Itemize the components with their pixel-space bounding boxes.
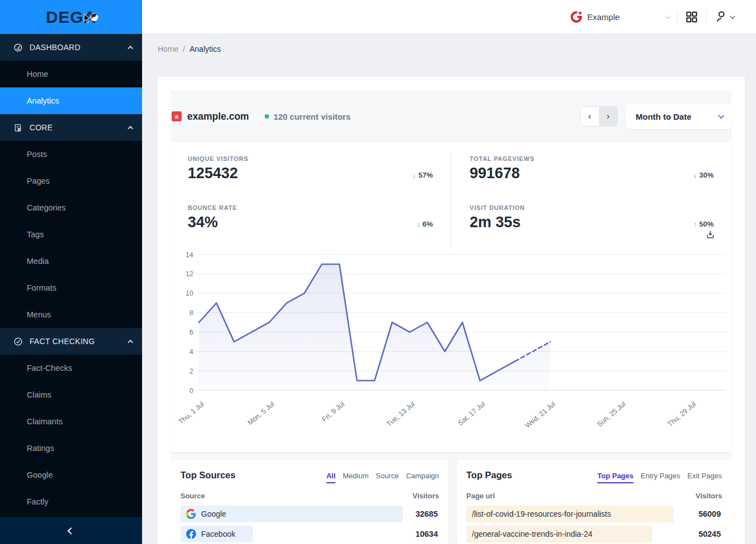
sidebar-section-core[interactable]: CORE	[0, 114, 142, 141]
row-label: Facebook	[181, 526, 439, 542]
organisation-select[interactable]: Example	[570, 11, 669, 23]
y-axis-tick-label: 2	[189, 367, 193, 375]
sidebar-section-dashboard[interactable]: DASHBOARD	[0, 34, 142, 61]
sidebar-item-factly[interactable]: Factly	[0, 488, 142, 515]
stat-bounce-rate: BOUNCE RATE34%↓6%	[171, 201, 451, 250]
sidebar-item-claims[interactable]: Claims	[0, 381, 142, 408]
y-axis-tick-label: 6	[189, 329, 193, 336]
x-axis-tick-label: Wed, 21 Jul	[524, 400, 557, 430]
sidebar-item-analytics[interactable]: Analytics	[0, 87, 142, 114]
divider	[677, 11, 677, 23]
sources-tab-campaign[interactable]: Campaign	[406, 472, 439, 483]
page-row[interactable]: /general-vaccine-trends-in-india-2450245	[466, 526, 722, 542]
stat-value: 34%	[188, 214, 451, 231]
top-pages-panel: Top Pages Top PagesEntry PagesExit Pages…	[457, 460, 731, 544]
pages-tab-exit-pages[interactable]: Exit Pages	[687, 472, 722, 483]
stat-change-percent: 50%	[699, 220, 714, 228]
row-label-text: Google	[201, 509, 226, 518]
sidebar-item-label: Categories	[27, 203, 66, 212]
top-sources-panel: Top Sources AllMediumSourceCampaign Sour…	[171, 460, 448, 544]
stat-change: ↓57%	[412, 171, 433, 179]
date-range-select[interactable]: Month to Date	[626, 104, 731, 129]
chevron-down-icon	[718, 112, 724, 119]
google-icon	[186, 509, 196, 519]
sidebar-item-label: Claimants	[27, 417, 62, 426]
analytics-embed: a example.com 120 current visitors ‹ › M…	[171, 91, 731, 544]
y-axis-tick-label: 4	[189, 348, 193, 356]
pages-tab-entry-pages[interactable]: Entry Pages	[641, 472, 680, 483]
stat-value: 991678	[470, 165, 731, 182]
user-icon	[714, 9, 729, 24]
sidebar-item-categories[interactable]: Categories	[0, 194, 142, 221]
x-axis-tick-label: Fri, 9 Jul	[320, 400, 346, 424]
stat-total-pageviews: TOTAL PAGEVIEWS991678↓30%	[451, 152, 731, 201]
source-row[interactable]: Facebook10634	[181, 526, 439, 542]
stat-change: ↓6%	[417, 220, 433, 228]
org-name: Example	[587, 12, 665, 22]
stat-label: TOTAL PAGEVIEWS	[470, 155, 731, 162]
sidebar-item-label: Factly	[27, 497, 48, 506]
sidebar-item-label: Google	[27, 471, 53, 479]
stat-change: ↑50%	[693, 220, 714, 228]
page-background: Home/Analytics a example.com 120 current…	[142, 33, 756, 544]
page-row[interactable]: /list-of-covid-19-resources-for-journali…	[466, 506, 722, 522]
sidebar-item-ratings[interactable]: Ratings	[0, 435, 142, 462]
breadcrumb-separator: /	[183, 45, 185, 53]
sidebar-collapse-trigger[interactable]	[0, 517, 142, 544]
row-label-text: Facebook	[201, 530, 235, 538]
column-source: Source	[181, 492, 205, 500]
row-label-text: /general-vaccine-trends-in-india-24	[472, 530, 592, 538]
top-pages-title: Top Pages	[466, 470, 512, 481]
chevron-left-icon	[67, 527, 75, 535]
stat-value: 125432	[188, 165, 451, 182]
stat-label: VISIT DURATION	[470, 204, 731, 211]
sources-tab-source[interactable]: Source	[376, 472, 399, 483]
row-visitors: 50245	[699, 530, 721, 538]
stat-change: ↓30%	[693, 171, 714, 179]
breadcrumb-analytics: Analytics	[189, 45, 221, 53]
logo-banner[interactable]: DEGA	[0, 0, 142, 34]
sidebar-item-label: Menus	[27, 310, 51, 319]
pages-tab-top-pages[interactable]: Top Pages	[597, 472, 633, 483]
sidebar-item-google[interactable]: Google	[0, 462, 142, 488]
sidebar-section-label: DASHBOARD	[30, 43, 129, 52]
date-range-value: Month to Date	[636, 112, 718, 121]
sidebar-item-posts[interactable]: Posts	[0, 141, 142, 168]
stat-label: BOUNCE RATE	[188, 204, 451, 211]
sidebar-item-label: Posts	[27, 150, 47, 159]
download-button[interactable]	[705, 229, 715, 242]
document-icon	[13, 123, 23, 133]
column-page-url: Page url	[466, 492, 495, 500]
sidebar-item-label: Tags	[27, 230, 44, 239]
mouse-cursor	[84, 13, 91, 23]
row-label: /list-of-covid-19-resources-for-journali…	[466, 506, 722, 522]
apps-grid-icon	[685, 11, 698, 23]
sidebar-item-home[interactable]: Home	[0, 61, 142, 87]
sidebar-item-label: Home	[27, 70, 48, 79]
prev-period-button[interactable]: ‹	[581, 107, 599, 126]
sidebar-item-fact-checks[interactable]: Fact-Checks	[0, 355, 142, 381]
sources-tab-all[interactable]: All	[326, 472, 336, 483]
sidebar-item-claimants[interactable]: Claimants	[0, 408, 142, 435]
sidebar-item-pages[interactable]: Pages	[0, 168, 142, 194]
sidebar-item-media[interactable]: Media	[0, 248, 142, 275]
visitors-chart[interactable]: 02468101214Thu, 1 JulMon, 5 JulFri, 9 Ju…	[171, 248, 731, 432]
stat-label: UNIQUE VISITORS	[188, 155, 451, 162]
sidebar-item-menus[interactable]: Menus	[0, 301, 142, 328]
user-menu-button[interactable]	[714, 9, 734, 24]
source-row[interactable]: Google32685	[181, 506, 439, 522]
x-axis-tick-label: Mon, 5 Jul	[246, 400, 276, 427]
row-visitors: 32685	[416, 509, 438, 518]
top-sources-rows: Google32685Facebook10634	[181, 506, 439, 544]
sidebar-item-formats[interactable]: Formats	[0, 275, 142, 301]
breadcrumb-home[interactable]: Home	[158, 45, 178, 53]
sources-tab-medium[interactable]: Medium	[343, 472, 368, 483]
next-period-button[interactable]: ›	[599, 107, 617, 126]
x-axis-tick-label: Thu, 1 Jul	[177, 400, 206, 426]
apps-grid-button[interactable]	[685, 11, 698, 23]
site-favicon: a	[172, 111, 182, 121]
sidebar-section-fact-checking[interactable]: FACT CHECKING	[0, 328, 142, 355]
top-sources-tabs: AllMediumSourceCampaign	[326, 472, 439, 483]
sidebar-item-tags[interactable]: Tags	[0, 221, 142, 248]
sidebar-item-label: Analytics	[27, 96, 59, 105]
